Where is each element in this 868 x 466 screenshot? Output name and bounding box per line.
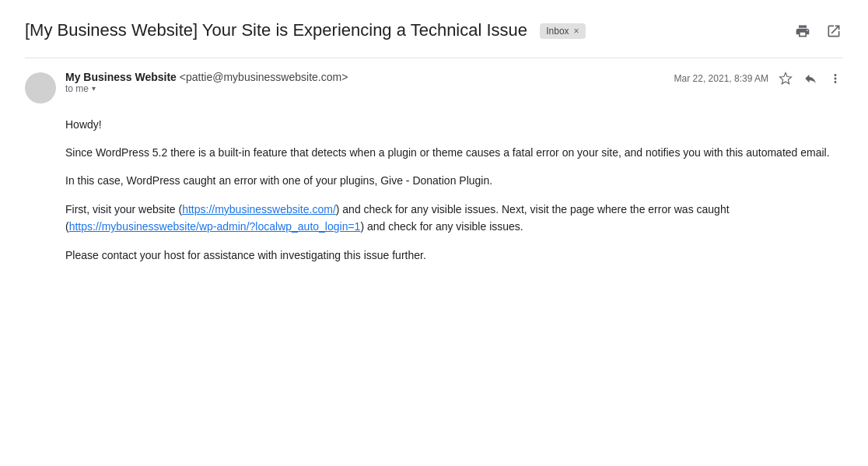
to-me-label: to me <box>65 83 89 94</box>
email-body: Howdy! Since WordPress 5.2 there is a bu… <box>25 116 843 264</box>
to-me-dropdown-icon: ▾ <box>92 84 96 93</box>
to-me-line[interactable]: to me ▾ <box>65 83 674 94</box>
more-options-icon <box>828 72 842 86</box>
star-button[interactable] <box>778 71 793 86</box>
admin-link[interactable]: https://mybusinesswebsite/wp-admin/?loca… <box>69 220 361 233</box>
open-external-button[interactable] <box>824 22 843 40</box>
sender-email: <pattie@mybusinesswebsite.com> <box>180 71 348 83</box>
inbox-badge[interactable]: Inbox × <box>540 23 585 39</box>
website-link[interactable]: https://mybusinesswebsite.com/ <box>182 203 336 215</box>
paragraph-4: Please contact your host for assistance … <box>65 247 831 264</box>
reply-button[interactable] <box>803 71 818 86</box>
para3-before-link1: First, visit your website ( <box>65 203 182 215</box>
greeting: Howdy! <box>65 116 831 133</box>
print-icon <box>795 23 810 39</box>
subject-icons <box>793 22 843 40</box>
more-options-button[interactable] <box>828 71 843 86</box>
sender-info: My Business Website <pattie@mybusinesswe… <box>65 71 674 94</box>
email-date: Mar 22, 2021, 8:39 AM <box>674 73 768 84</box>
paragraph-1: Since WordPress 5.2 there is a built-in … <box>65 144 831 161</box>
email-header: My Business Website <pattie@mybusinesswe… <box>25 71 843 103</box>
sender-name-line: My Business Website <pattie@mybusinesswe… <box>65 71 674 83</box>
avatar <box>25 72 56 103</box>
email-meta: Mar 22, 2021, 8:39 AM <box>674 71 843 86</box>
print-button[interactable] <box>793 22 812 40</box>
email-subject: [My Business Website] Your Site is Exper… <box>25 20 527 40</box>
reply-icon <box>803 72 817 86</box>
divider <box>25 58 843 58</box>
star-icon <box>779 72 793 86</box>
inbox-badge-close[interactable]: × <box>574 25 579 37</box>
open-external-icon <box>826 23 842 39</box>
paragraph-3: First, visit your website (https://mybus… <box>65 201 831 236</box>
paragraph-2: In this case, WordPress caught an error … <box>65 172 831 189</box>
para3-after-link2: ) and check for any visible issues. <box>360 220 523 233</box>
email-container: [My Business Website] Your Site is Exper… <box>0 0 868 293</box>
subject-line: [My Business Website] Your Site is Exper… <box>25 19 843 42</box>
inbox-badge-label: Inbox <box>546 25 569 37</box>
sender-name: My Business Website <box>65 71 177 83</box>
subject-text: [My Business Website] Your Site is Exper… <box>25 19 793 42</box>
